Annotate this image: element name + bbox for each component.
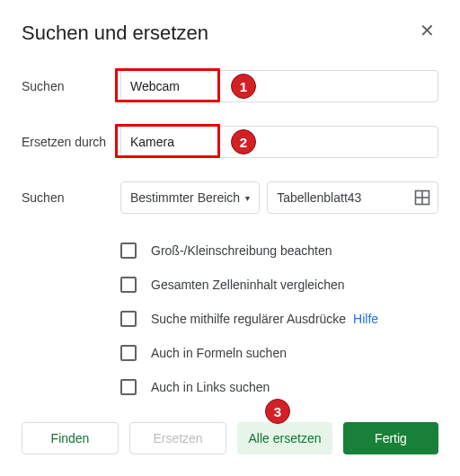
replace-button[interactable]: Ersetzen bbox=[129, 422, 226, 454]
range-value: Tabellenblatt43 bbox=[277, 190, 414, 205]
dialog-title: Suchen und ersetzen bbox=[22, 22, 438, 45]
formulas-label: Auch in Formeln suchen bbox=[151, 346, 287, 360]
chevron-down-icon: ▾ bbox=[245, 193, 250, 203]
regex-checkbox[interactable] bbox=[120, 311, 137, 327]
done-button[interactable]: Fertig bbox=[343, 422, 438, 454]
formulas-checkbox[interactable] bbox=[120, 345, 137, 361]
search-label: Suchen bbox=[22, 79, 120, 93]
match-case-label: Groß-/Kleinschreibung beachten bbox=[151, 243, 332, 258]
links-label: Auch in Links suchen bbox=[151, 380, 270, 394]
close-icon[interactable]: ✕ bbox=[420, 22, 435, 40]
match-case-checkbox[interactable] bbox=[120, 242, 137, 259]
links-checkbox[interactable] bbox=[120, 379, 137, 395]
scope-dropdown[interactable]: Bestimmter Bereich ▾ bbox=[120, 181, 260, 214]
regex-help-link[interactable]: Hilfe bbox=[353, 312, 378, 326]
scope-label: Suchen bbox=[22, 190, 120, 205]
search-input[interactable] bbox=[120, 70, 438, 102]
scope-dropdown-label: Bestimmter Bereich bbox=[130, 190, 240, 205]
entire-cell-checkbox[interactable] bbox=[120, 277, 137, 293]
replace-label: Ersetzen durch bbox=[22, 135, 120, 149]
replace-all-button[interactable]: Alle ersetzen bbox=[237, 422, 332, 454]
regex-label: Suche mithilfe regulärer Ausdrücke bbox=[151, 312, 346, 326]
replace-input[interactable] bbox=[120, 126, 438, 158]
entire-cell-label: Gesamten Zelleninhalt vergleichen bbox=[151, 278, 345, 292]
find-button[interactable]: Finden bbox=[22, 422, 119, 454]
select-range-icon[interactable] bbox=[414, 190, 430, 206]
range-field[interactable]: Tabellenblatt43 bbox=[267, 181, 438, 214]
